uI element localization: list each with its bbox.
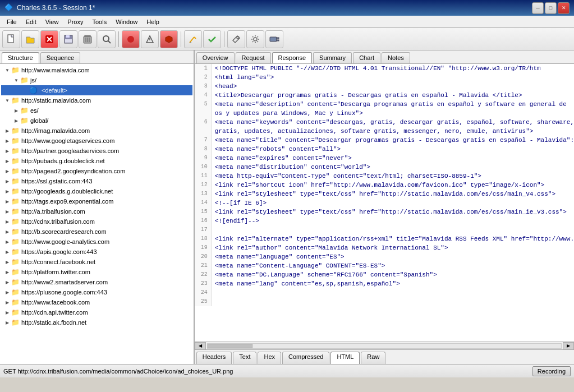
toolbar-open-btn[interactable]	[21, 30, 39, 48]
toolbar-plugin-btn[interactable]	[265, 30, 283, 48]
menu-proxy[interactable]: Proxy	[63, 17, 88, 26]
tree-item-googleads[interactable]: ▶ 📁 http://googleads.g.doubleclick.net	[1, 186, 192, 196]
tree-item-global[interactable]: ▶ 📁 global/	[1, 116, 192, 126]
line-number: 9	[195, 154, 212, 163]
tab-sequence[interactable]: Sequence	[40, 52, 81, 63]
tab-chart[interactable]: Chart	[353, 52, 380, 63]
tree-item-twitter-platform[interactable]: ▶ 📁 http://platform.twitter.com	[1, 267, 192, 277]
tree-item-smartadserver[interactable]: ▶ 📁 http://www2.smartadserver.com	[1, 277, 192, 287]
tree-item-scorecardresearch[interactable]: ▶ 📁 http://b.scorecardresearch.com	[1, 227, 192, 237]
tab-structure[interactable]: Structure	[2, 52, 39, 63]
tab-compressed[interactable]: Compressed	[282, 352, 329, 364]
tree-item-facebook-connect[interactable]: ▶ 📁 http://connect.facebook.net	[1, 257, 192, 267]
tree-item-tags-expo9[interactable]: ▶ 📁 http://tags.expo9.exponential.com	[1, 196, 192, 206]
expand-icon: ▶	[3, 319, 11, 326]
tree-item-static-malavida[interactable]: ▼ 📁 http://static.malavida.com	[1, 95, 192, 105]
tree-item-googletagservices[interactable]: ▶ 📁 http://www.googletagservices.com	[1, 136, 192, 146]
tab-overview[interactable]: Overview	[196, 52, 235, 63]
line-content: <meta name="robots" content="all">	[212, 145, 341, 154]
folder-icon: 📁	[20, 107, 29, 114]
tree-item-tribalfusion-cdnx[interactable]: ▶ 📁 http://cdnx.tribalfusion.com	[1, 216, 192, 227]
close-button[interactable]: ✕	[558, 2, 570, 14]
code-line-5a: 5 <meta name="description" content="Desc…	[195, 100, 574, 109]
code-line-24: 24	[195, 288, 574, 297]
menu-view[interactable]: View	[41, 17, 63, 26]
tree-item-google-analytics[interactable]: ▶ 📁 http://www.google-analytics.com	[1, 237, 192, 247]
tree-item-js[interactable]: ▼ 📁 js/	[1, 75, 192, 85]
svg-rect-23	[270, 37, 277, 41]
tree-item-facebook[interactable]: ▶ 📁 http://www.facebook.com	[1, 297, 192, 307]
toolbar-new-btn[interactable]	[2, 30, 20, 48]
toolbar-tools-btn[interactable]	[227, 30, 245, 48]
maximize-button[interactable]: □	[545, 2, 557, 14]
tree-item-es[interactable]: ▶ 📁 es/	[1, 105, 192, 116]
recording-button[interactable]: Recording	[532, 366, 571, 376]
menu-edit[interactable]: Edit	[21, 17, 41, 26]
code-line-16: 16 <![endif]-->	[195, 216, 574, 225]
tab-raw[interactable]: Raw	[361, 352, 385, 364]
expand-icon: ▶	[3, 228, 11, 236]
code-viewer[interactable]: 1 <!DOCTYPE HTML PUBLIC "-//W3C//DTD HTM…	[195, 64, 574, 342]
tab-text[interactable]: Text	[233, 352, 256, 364]
code-line-12: 12 <link rel="shortcut icon" href="http:…	[195, 181, 574, 190]
tree-item-default[interactable]: 🔵 <default>	[1, 85, 192, 95]
expand-icon: ▶	[3, 167, 11, 175]
menu-file[interactable]: File	[2, 17, 21, 26]
tree-view[interactable]: ▼ 📁 http://www.malavida.com ▼ 📁 js/ 🔵 <d…	[0, 64, 194, 364]
tree-item-partner-google[interactable]: ▶ 📁 http://partner.googleadservices.com	[1, 146, 192, 156]
menu-help[interactable]: Help	[142, 17, 164, 26]
toolbar-throttle-btn[interactable]	[141, 30, 159, 48]
right-panel: Overview Request Response Summary Chart …	[195, 50, 574, 364]
tree-item-tribalfusion-a[interactable]: ▶ 📁 http://a.tribalfusion.com	[1, 206, 192, 216]
tree-item-malavida[interactable]: ▼ 📁 http://www.malavida.com	[1, 65, 192, 75]
expand-icon: ▶	[3, 207, 11, 215]
svg-point-22	[254, 38, 257, 41]
toolbar-save-btn[interactable]	[59, 30, 77, 48]
code-line-2: 2 <html lang="es">	[195, 73, 574, 82]
tree-item-fbcdn[interactable]: ▶ 📁 http://static.ak.fbcdn.net	[1, 317, 192, 328]
tree-item-imag[interactable]: ▶ 📁 http://imag.malavida.com	[1, 126, 192, 136]
toolbar-stop-btn[interactable]	[160, 30, 178, 48]
tab-summary[interactable]: Summary	[313, 52, 352, 63]
toolbar-settings-btn[interactable]	[246, 30, 264, 48]
line-content: <meta name="DC.Language" scheme="RFC1766…	[212, 270, 437, 279]
tree-item-ssl-gstatic[interactable]: ▶ 📁 https://ssl.gstatic.com:443	[1, 176, 192, 186]
tab-headers[interactable]: Headers	[196, 352, 232, 364]
scroll-right-btn[interactable]: ▶	[563, 342, 574, 350]
line-content: <meta name="keywords" content="descargas…	[212, 118, 574, 127]
scroll-left-btn[interactable]: ◀	[195, 342, 206, 350]
tree-item-cdn-twitter[interactable]: ▶ 📁 http://cdn.api.twitter.com	[1, 307, 192, 317]
toolbar-validate-btn[interactable]	[203, 30, 221, 48]
tab-response[interactable]: Response	[272, 52, 313, 63]
svg-point-21	[237, 36, 239, 39]
toolbar-record-btn[interactable]	[122, 30, 140, 48]
line-content: <link rel="stylesheet" type="text/css" h…	[212, 190, 555, 199]
minimize-button[interactable]: ─	[532, 2, 544, 14]
toolbar-trash-btn[interactable]	[79, 30, 97, 48]
tab-request[interactable]: Request	[236, 52, 271, 63]
horizontal-scrollbar[interactable]: ◀ ▶	[195, 342, 574, 349]
tree-item-apis-google[interactable]: ▶ 📁 https://apis.google.com:443	[1, 247, 192, 257]
tree-item-pagead2[interactable]: ▶ 📁 http://pagead2.googlesyndication.com	[1, 166, 192, 176]
line-content: <html lang="es">	[212, 73, 274, 82]
tab-hex[interactable]: Hex	[258, 352, 281, 364]
toolbar-edit-btn[interactable]	[184, 30, 202, 48]
toolbar	[0, 28, 574, 50]
line-content: <meta name="expires" content="never">	[212, 154, 352, 163]
tree-item-plusone-google[interactable]: ▶ 📁 https://plusone.google.com:443	[1, 287, 192, 297]
folder-icon: 📁	[11, 147, 20, 155]
menu-window[interactable]: Window	[111, 17, 142, 26]
toolbar-delete-btn[interactable]	[40, 30, 58, 48]
scroll-thumb[interactable]	[208, 344, 252, 348]
tab-notes[interactable]: Notes	[382, 52, 410, 63]
tab-html[interactable]: HTML	[330, 352, 360, 364]
line-number: 3	[195, 82, 212, 91]
line-number: 24	[195, 288, 212, 297]
line-number: 18	[195, 234, 212, 243]
scroll-track[interactable]	[207, 343, 562, 349]
menu-tools[interactable]: Tools	[88, 17, 111, 26]
toolbar-search-btn[interactable]	[98, 30, 116, 48]
expand-icon: ▶	[3, 218, 11, 225]
line-number: 8	[195, 145, 212, 154]
tree-item-pubads[interactable]: ▶ 📁 http://pubads.g.doubleclick.net	[1, 156, 192, 166]
